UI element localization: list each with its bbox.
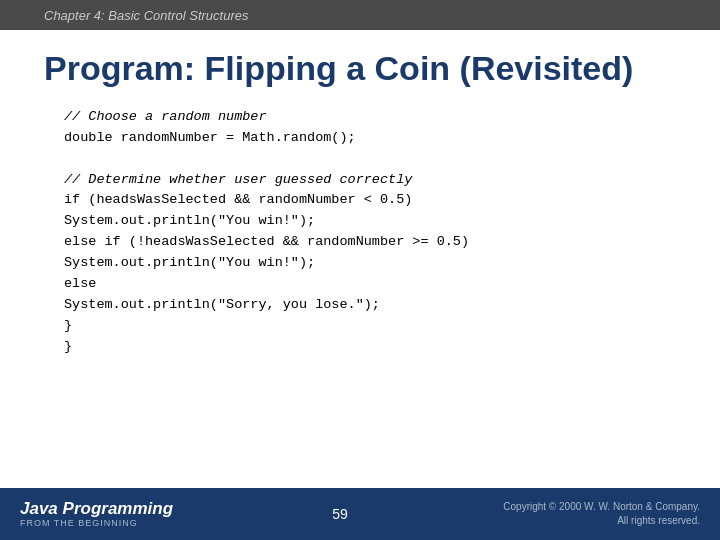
- code-line-10: System.out.println("Sorry, you lose.");: [64, 295, 676, 316]
- copyright-line-2: All rights reserved.: [500, 514, 700, 528]
- code-line-9: else: [64, 274, 676, 295]
- main-content: Program: Flipping a Coin (Revisited) // …: [0, 30, 720, 358]
- code-line-12: }: [64, 337, 676, 358]
- footer-copyright: Copyright © 2000 W. W. Norton & Company.…: [500, 500, 700, 528]
- slide: Chapter 4: Basic Control Structures Prog…: [0, 0, 720, 540]
- comment-1: // Choose a random number: [64, 109, 267, 124]
- chapter-header: Chapter 4: Basic Control Structures: [0, 0, 720, 30]
- footer-brand: Java Programming FROM THE BEGINNING: [20, 500, 180, 529]
- code-line-2: double randomNumber = Math.random();: [64, 128, 676, 149]
- code-line-6: System.out.println("You win!");: [64, 211, 676, 232]
- code-line-11: }: [64, 316, 676, 337]
- slide-title: Program: Flipping a Coin (Revisited): [44, 48, 676, 89]
- code-line-blank: [64, 149, 676, 170]
- copyright-line-1: Copyright © 2000 W. W. Norton & Company.: [500, 500, 700, 514]
- chapter-title: Chapter 4: Basic Control Structures: [44, 8, 248, 23]
- brand-subtitle: FROM THE BEGINNING: [20, 518, 180, 528]
- comment-2: // Determine whether user guessed correc…: [64, 172, 412, 187]
- code-line-8: System.out.println("You win!");: [64, 253, 676, 274]
- code-block: // Choose a random number double randomN…: [64, 107, 676, 358]
- footer-page-number: 59: [180, 506, 500, 522]
- brand-title: Java Programming: [20, 500, 180, 519]
- code-line-7: else if (!headsWasSelected && randomNumb…: [64, 232, 676, 253]
- footer: Java Programming FROM THE BEGINNING 59 C…: [0, 488, 720, 540]
- code-line-4: // Determine whether user guessed correc…: [64, 170, 676, 191]
- code-line-1: // Choose a random number: [64, 107, 676, 128]
- code-line-5: if (headsWasSelected && randomNumber < 0…: [64, 190, 676, 211]
